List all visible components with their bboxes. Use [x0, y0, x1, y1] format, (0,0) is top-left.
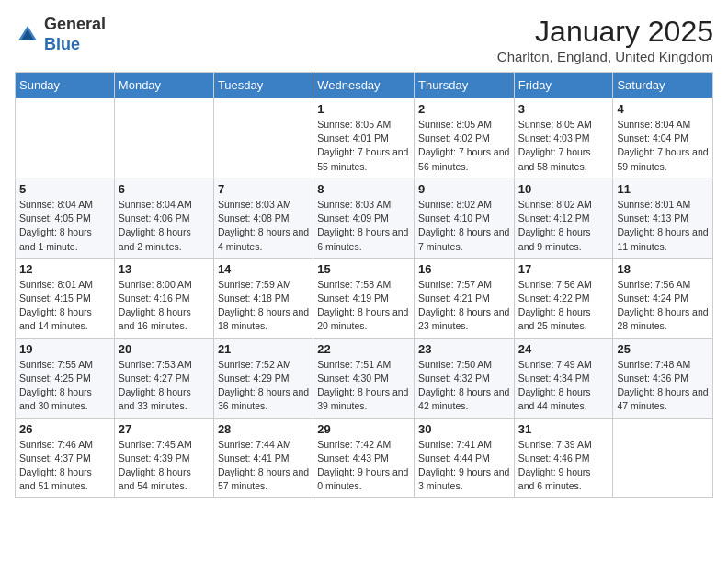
day-number: 9 [418, 182, 510, 196]
day-number: 20 [119, 342, 210, 356]
day-of-week-thursday: Thursday [415, 73, 515, 98]
day-info: Sunrise: 7:41 AM Sunset: 4:44 PM Dayligh… [418, 438, 510, 494]
calendar-cell: 19Sunrise: 7:55 AM Sunset: 4:25 PM Dayli… [16, 338, 115, 418]
calendar-cell: 20Sunrise: 7:53 AM Sunset: 4:27 PM Dayli… [114, 338, 213, 418]
calendar-table: SundayMondayTuesdayWednesdayThursdayFrid… [15, 72, 713, 498]
logo-icon [15, 22, 40, 48]
day-number: 24 [518, 342, 609, 356]
day-number: 30 [418, 422, 510, 436]
day-info: Sunrise: 8:04 AM Sunset: 4:05 PM Dayligh… [19, 198, 110, 254]
calendar-cell [213, 98, 313, 178]
day-info: Sunrise: 8:01 AM Sunset: 4:15 PM Dayligh… [19, 278, 110, 334]
day-number: 16 [418, 262, 510, 276]
title-block: January 2025 Charlton, England, United K… [497, 15, 713, 64]
logo-general: General [44, 15, 106, 33]
day-info: Sunrise: 7:49 AM Sunset: 4:34 PM Dayligh… [518, 358, 609, 414]
day-info: Sunrise: 7:44 AM Sunset: 4:41 PM Dayligh… [218, 438, 309, 494]
week-row-4: 19Sunrise: 7:55 AM Sunset: 4:25 PM Dayli… [16, 338, 713, 418]
day-info: Sunrise: 8:02 AM Sunset: 4:10 PM Dayligh… [418, 198, 510, 254]
calendar-cell: 30Sunrise: 7:41 AM Sunset: 4:44 PM Dayli… [415, 418, 515, 498]
calendar-cell: 18Sunrise: 7:56 AM Sunset: 4:24 PM Dayli… [613, 258, 713, 338]
calendar-cell: 10Sunrise: 8:02 AM Sunset: 4:12 PM Dayli… [514, 178, 613, 258]
day-info: Sunrise: 8:04 AM Sunset: 4:04 PM Dayligh… [617, 118, 709, 174]
day-number: 6 [119, 182, 210, 196]
day-info: Sunrise: 7:57 AM Sunset: 4:21 PM Dayligh… [418, 278, 510, 334]
calendar-cell: 29Sunrise: 7:42 AM Sunset: 4:43 PM Dayli… [313, 418, 415, 498]
day-info: Sunrise: 8:03 AM Sunset: 4:08 PM Dayligh… [218, 198, 309, 254]
day-info: Sunrise: 8:04 AM Sunset: 4:06 PM Dayligh… [119, 198, 210, 254]
day-number: 8 [317, 182, 410, 196]
calendar-cell: 13Sunrise: 8:00 AM Sunset: 4:16 PM Dayli… [114, 258, 213, 338]
logo: General Blue [15, 15, 106, 54]
day-info: Sunrise: 7:50 AM Sunset: 4:32 PM Dayligh… [418, 358, 510, 414]
day-of-week-monday: Monday [114, 73, 213, 98]
calendar-cell: 6Sunrise: 8:04 AM Sunset: 4:06 PM Daylig… [114, 178, 213, 258]
day-number: 31 [518, 422, 609, 436]
day-of-week-tuesday: Tuesday [213, 73, 313, 98]
week-row-1: 1Sunrise: 8:05 AM Sunset: 4:01 PM Daylig… [16, 98, 713, 178]
day-number: 4 [617, 102, 709, 116]
day-number: 28 [218, 422, 309, 436]
calendar-cell: 9Sunrise: 8:02 AM Sunset: 4:10 PM Daylig… [415, 178, 515, 258]
day-info: Sunrise: 8:02 AM Sunset: 4:12 PM Dayligh… [518, 198, 609, 254]
calendar-cell [16, 98, 115, 178]
page-header: General Blue January 2025 Charlton, Engl… [15, 15, 713, 64]
calendar-cell: 27Sunrise: 7:45 AM Sunset: 4:39 PM Dayli… [114, 418, 213, 498]
day-info: Sunrise: 7:46 AM Sunset: 4:37 PM Dayligh… [19, 438, 110, 494]
calendar-cell: 17Sunrise: 7:56 AM Sunset: 4:22 PM Dayli… [514, 258, 613, 338]
day-number: 11 [617, 182, 709, 196]
day-info: Sunrise: 8:00 AM Sunset: 4:16 PM Dayligh… [119, 278, 210, 334]
day-number: 1 [317, 102, 410, 116]
calendar-cell: 1Sunrise: 8:05 AM Sunset: 4:01 PM Daylig… [313, 98, 415, 178]
day-number: 15 [317, 262, 410, 276]
day-of-week-wednesday: Wednesday [313, 73, 415, 98]
month-title: January 2025 [497, 15, 713, 49]
calendar-cell: 5Sunrise: 8:04 AM Sunset: 4:05 PM Daylig… [16, 178, 115, 258]
day-info: Sunrise: 7:58 AM Sunset: 4:19 PM Dayligh… [317, 278, 410, 334]
day-info: Sunrise: 7:51 AM Sunset: 4:30 PM Dayligh… [317, 358, 410, 414]
calendar-cell: 11Sunrise: 8:01 AM Sunset: 4:13 PM Dayli… [613, 178, 713, 258]
calendar-cell: 16Sunrise: 7:57 AM Sunset: 4:21 PM Dayli… [415, 258, 515, 338]
calendar-cell: 8Sunrise: 8:03 AM Sunset: 4:09 PM Daylig… [313, 178, 415, 258]
calendar-cell: 3Sunrise: 8:05 AM Sunset: 4:03 PM Daylig… [514, 98, 613, 178]
logo-blue: Blue [44, 35, 80, 53]
calendar-cell: 21Sunrise: 7:52 AM Sunset: 4:29 PM Dayli… [213, 338, 313, 418]
days-of-week-row: SundayMondayTuesdayWednesdayThursdayFrid… [16, 73, 713, 98]
day-info: Sunrise: 7:45 AM Sunset: 4:39 PM Dayligh… [119, 438, 210, 494]
day-info: Sunrise: 7:53 AM Sunset: 4:27 PM Dayligh… [119, 358, 210, 414]
day-info: Sunrise: 7:48 AM Sunset: 4:36 PM Dayligh… [617, 358, 709, 414]
day-info: Sunrise: 7:56 AM Sunset: 4:24 PM Dayligh… [617, 278, 709, 334]
day-number: 19 [19, 342, 110, 356]
day-number: 17 [518, 262, 609, 276]
calendar-cell: 24Sunrise: 7:49 AM Sunset: 4:34 PM Dayli… [514, 338, 613, 418]
day-info: Sunrise: 8:05 AM Sunset: 4:02 PM Dayligh… [418, 118, 510, 174]
calendar-cell: 15Sunrise: 7:58 AM Sunset: 4:19 PM Dayli… [313, 258, 415, 338]
location: Charlton, England, United Kingdom [497, 49, 713, 64]
day-number: 3 [518, 102, 609, 116]
logo-text: General Blue [44, 15, 106, 54]
calendar-cell: 22Sunrise: 7:51 AM Sunset: 4:30 PM Dayli… [313, 338, 415, 418]
day-info: Sunrise: 7:39 AM Sunset: 4:46 PM Dayligh… [518, 438, 609, 494]
day-info: Sunrise: 8:05 AM Sunset: 4:01 PM Dayligh… [317, 118, 410, 174]
day-info: Sunrise: 7:52 AM Sunset: 4:29 PM Dayligh… [218, 358, 309, 414]
calendar-cell: 2Sunrise: 8:05 AM Sunset: 4:02 PM Daylig… [415, 98, 515, 178]
day-number: 7 [218, 182, 309, 196]
day-number: 26 [19, 422, 110, 436]
calendar-cell: 26Sunrise: 7:46 AM Sunset: 4:37 PM Dayli… [16, 418, 115, 498]
calendar-cell: 7Sunrise: 8:03 AM Sunset: 4:08 PM Daylig… [213, 178, 313, 258]
day-number: 18 [617, 262, 709, 276]
day-number: 21 [218, 342, 309, 356]
day-number: 10 [518, 182, 609, 196]
week-row-3: 12Sunrise: 8:01 AM Sunset: 4:15 PM Dayli… [16, 258, 713, 338]
day-number: 12 [19, 262, 110, 276]
day-number: 2 [418, 102, 510, 116]
week-row-2: 5Sunrise: 8:04 AM Sunset: 4:05 PM Daylig… [16, 178, 713, 258]
day-number: 29 [317, 422, 410, 436]
day-info: Sunrise: 7:56 AM Sunset: 4:22 PM Dayligh… [518, 278, 609, 334]
day-info: Sunrise: 7:42 AM Sunset: 4:43 PM Dayligh… [317, 438, 410, 494]
calendar-cell [613, 418, 713, 498]
calendar-cell: 12Sunrise: 8:01 AM Sunset: 4:15 PM Dayli… [16, 258, 115, 338]
day-info: Sunrise: 7:55 AM Sunset: 4:25 PM Dayligh… [19, 358, 110, 414]
calendar-cell: 4Sunrise: 8:04 AM Sunset: 4:04 PM Daylig… [613, 98, 713, 178]
week-row-5: 26Sunrise: 7:46 AM Sunset: 4:37 PM Dayli… [16, 418, 713, 498]
